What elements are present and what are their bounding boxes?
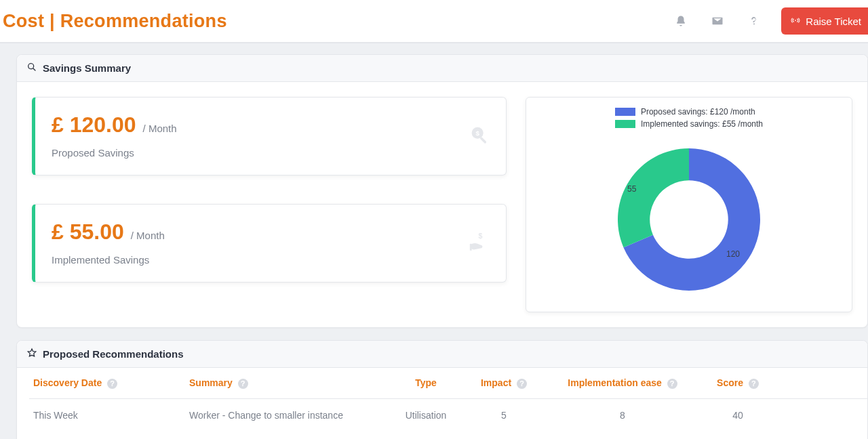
implemented-savings-card: £ 55.00 / Month Implemented Savings $ bbox=[32, 204, 507, 283]
proposed-savings-label: Proposed Savings bbox=[52, 147, 490, 159]
donut-value-implemented: 55 bbox=[627, 184, 636, 194]
donut-chart: 120 55 bbox=[597, 137, 781, 299]
content-area: Savings Summary £ 120.00 / Month Propose… bbox=[0, 43, 868, 439]
th-summary[interactable]: Summary ? bbox=[185, 368, 389, 398]
th-type[interactable]: Type bbox=[389, 368, 463, 398]
help-badge-icon[interactable]: ? bbox=[238, 379, 248, 389]
bell-icon[interactable] bbox=[674, 14, 688, 28]
proposed-savings-period: / Month bbox=[143, 123, 177, 134]
legend-swatch-proposed bbox=[615, 108, 635, 116]
proposed-recommendations-header: Proposed Recommendations bbox=[17, 341, 867, 368]
cell-score: 40 bbox=[701, 398, 775, 432]
th-implementation-ease[interactable]: Implementation ease ? bbox=[545, 368, 701, 398]
table-row[interactable]: This WeekWorker - Change to smaller inst… bbox=[29, 398, 868, 432]
help-icon[interactable] bbox=[747, 14, 761, 28]
proposed-savings-amount-row: £ 120.00 / Month bbox=[52, 112, 177, 138]
chart-legend: Proposed savings: £120 /month Implemente… bbox=[615, 107, 763, 131]
cell-type: Utilisation bbox=[389, 398, 463, 432]
savings-summary-body: £ 120.00 / Month Proposed Savings $ bbox=[17, 82, 867, 327]
proposed-savings-amount: £ 120.00 bbox=[52, 112, 136, 138]
raise-ticket-button[interactable]: Raise Ticket bbox=[781, 7, 868, 35]
cell-impact: 5 bbox=[463, 398, 545, 432]
help-badge-icon[interactable]: ? bbox=[749, 379, 759, 389]
savings-summary-title: Savings Summary bbox=[43, 62, 131, 74]
proposed-recommendations-panel: Proposed Recommendations Discovery Date … bbox=[16, 340, 868, 439]
savings-summary-panel: Savings Summary £ 120.00 / Month Propose… bbox=[16, 54, 868, 328]
legend-swatch-implemented bbox=[615, 120, 635, 128]
magnifier-icon bbox=[26, 62, 37, 75]
implemented-savings-period: / Month bbox=[131, 230, 165, 241]
dollar-magnifier-icon: $ bbox=[468, 123, 491, 149]
top-bar: Cost | Recommendations Raise Ticket bbox=[0, 0, 868, 43]
th-estimated[interactable]: Estimated bbox=[775, 368, 868, 398]
donut-value-proposed: 120 bbox=[726, 249, 740, 259]
page-title: Cost | Recommendations bbox=[3, 11, 227, 32]
table-header-row: Discovery Date ? Summary ? Type bbox=[29, 368, 868, 398]
help-badge-icon[interactable]: ? bbox=[667, 379, 677, 389]
recommendations-table: Discovery Date ? Summary ? Type bbox=[29, 368, 868, 432]
help-badge-icon[interactable]: ? bbox=[107, 379, 117, 389]
hand-dollar-icon: $ bbox=[468, 230, 491, 256]
savings-grid: £ 120.00 / Month Proposed Savings $ bbox=[32, 97, 852, 312]
topbar-icons bbox=[674, 14, 761, 28]
proposed-savings-card: £ 120.00 / Month Proposed Savings $ bbox=[32, 97, 507, 175]
implemented-savings-label: Implemented Savings bbox=[52, 254, 490, 266]
implemented-savings-amount-row: £ 55.00 / Month bbox=[52, 220, 165, 245]
legend-implemented-label: Implemented savings: £55 /month bbox=[641, 119, 763, 129]
envelope-icon[interactable] bbox=[711, 14, 724, 28]
savings-summary-header: Savings Summary bbox=[17, 55, 867, 82]
star-icon bbox=[26, 348, 37, 360]
proposed-recommendations-title: Proposed Recommendations bbox=[43, 348, 184, 360]
cell-discovery-date: This Week bbox=[29, 398, 185, 432]
svg-text:$: $ bbox=[478, 232, 482, 240]
implemented-savings-amount: £ 55.00 bbox=[52, 220, 124, 245]
help-badge-icon[interactable]: ? bbox=[517, 379, 527, 389]
cell-summary: Worker - Change to smaller instance bbox=[185, 398, 389, 432]
savings-stat-column: £ 120.00 / Month Proposed Savings $ bbox=[32, 97, 507, 312]
legend-proposed: Proposed savings: £120 /month bbox=[615, 107, 763, 117]
proposed-recommendations-body: Discovery Date ? Summary ? Type bbox=[17, 368, 867, 439]
th-score[interactable]: Score ? bbox=[701, 368, 775, 398]
cell-implementation-ease: 8 bbox=[545, 398, 701, 432]
cell-estimated: £120 bbox=[775, 398, 868, 432]
legend-implemented: Implemented savings: £55 /month bbox=[615, 119, 763, 129]
broadcast-icon bbox=[791, 16, 800, 27]
th-impact[interactable]: Impact ? bbox=[463, 368, 545, 398]
savings-chart-card: Proposed savings: £120 /month Implemente… bbox=[526, 97, 852, 312]
raise-ticket-label: Raise Ticket bbox=[806, 16, 861, 27]
legend-proposed-label: Proposed savings: £120 /month bbox=[641, 107, 755, 117]
th-discovery-date[interactable]: Discovery Date ? bbox=[29, 368, 185, 398]
svg-text:$: $ bbox=[475, 129, 479, 137]
svg-rect-2 bbox=[479, 137, 487, 144]
